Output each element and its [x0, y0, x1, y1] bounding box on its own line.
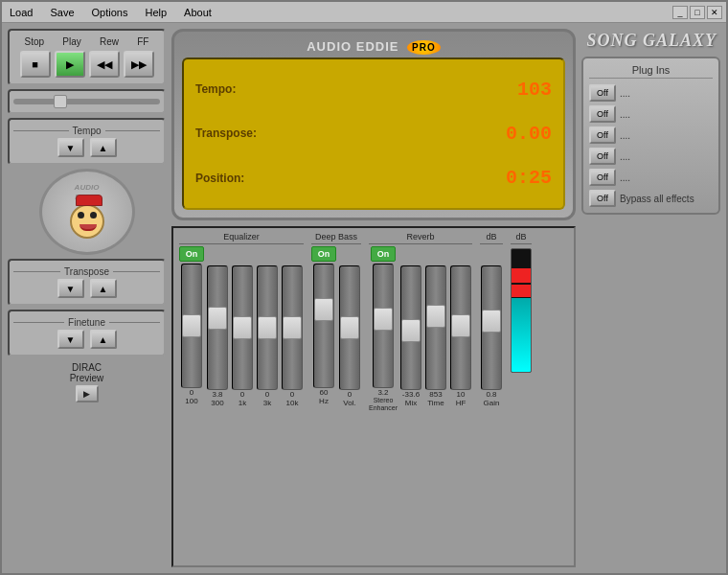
transpose-section: Transpose ▼ ▲ [8, 259, 166, 306]
equalizer-group: Equalizer On 0 100 [179, 232, 304, 407]
plugin-text-4: .... [620, 172, 630, 183]
gain-label: Gain [484, 399, 500, 407]
rev-label-time: Time [427, 399, 444, 407]
rev-label-stereo: StereoEnhancer [369, 397, 398, 411]
display-title: AUDIO EDDIE [307, 39, 398, 54]
eq-fader-100[interactable] [181, 264, 202, 388]
reverb-group: Reverb On 3.2 StereoEnhancer [369, 232, 472, 411]
transport-labels: Stop Play Rew FF [15, 36, 158, 47]
plugin-text-1: .... [620, 109, 630, 120]
menu-options[interactable]: Options [88, 5, 132, 20]
faders-container: Equalizer On 0 100 [179, 232, 568, 562]
transpose-display-label: Transpose: [195, 126, 257, 140]
db-fader-vol[interactable] [339, 265, 360, 390]
plugin-text-2: .... [620, 130, 630, 141]
rev-value-hf: 10 [449, 390, 472, 399]
menu-save[interactable]: Save [46, 5, 78, 20]
dirac-play-button[interactable]: ▶ [76, 385, 99, 402]
tempo-up-button[interactable]: ▲ [90, 138, 117, 157]
db-value-vol: 0 [338, 390, 361, 399]
finetune-up-button[interactable]: ▲ [90, 330, 117, 349]
plugin-off-btn-1[interactable]: Off [589, 105, 616, 123]
tempo-display-value: 103 [485, 79, 552, 101]
reverb-on-button[interactable]: On [371, 246, 396, 262]
display-screen: Tempo: 103 Transpose: 0.00 Position: 0:2… [182, 58, 565, 210]
center-panel: AUDIO EDDIE PRO Tempo: 103 Transpose: 0.… [171, 29, 576, 567]
pro-badge: PRO [407, 40, 441, 55]
eq-fader-3k[interactable] [257, 265, 278, 390]
plug-ins-title: Plug Ins [589, 64, 713, 79]
display-header: AUDIO EDDIE PRO [182, 39, 565, 54]
rew-button[interactable]: ◀◀ [89, 51, 120, 78]
position-display-row: Position: 0:25 [195, 167, 552, 189]
rev-fader-time[interactable] [425, 265, 446, 390]
plugin-off-btn-3[interactable]: Off [589, 148, 616, 165]
stop-button[interactable]: ■ [20, 51, 51, 78]
transpose-display-value: 0.00 [485, 123, 552, 145]
bypass-label: Bypass all effects [620, 194, 694, 204]
minimize-button[interactable]: _ [672, 6, 688, 19]
rev-fader-mix[interactable] [400, 265, 421, 390]
audio-eddie-logo: AUDIO EDDIE [39, 169, 135, 255]
tempo-display-row: Tempo: 103 [195, 79, 552, 101]
transpose-up-button[interactable]: ▲ [90, 279, 117, 298]
deep-bass-on-button[interactable]: On [311, 246, 336, 262]
finetune-controls: ▼ ▲ [13, 330, 160, 349]
plugin-text-0: .... [620, 88, 630, 99]
transpose-down-button[interactable]: ▼ [57, 279, 84, 298]
rev-label-mix: Mix [405, 399, 417, 407]
menu-load[interactable]: Load [6, 5, 36, 20]
plugin-slot-0: Off .... [589, 84, 713, 102]
plugin-off-btn-2[interactable]: Off [589, 126, 616, 144]
transport-section: Stop Play Rew FF ■ ▶ ◀◀ ▶▶ [8, 29, 166, 85]
master-slider[interactable] [13, 99, 160, 104]
eq-label-100: 100 [185, 397, 197, 405]
equalizer-on-button[interactable]: On [179, 246, 204, 262]
db-fader-hz[interactable] [313, 264, 334, 388]
play-button[interactable]: ▶ [55, 51, 85, 78]
plugin-off-btn-4[interactable]: Off [589, 169, 616, 186]
equalizer-header: Equalizer [179, 232, 304, 244]
position-display-label: Position: [195, 172, 244, 185]
bypass-button[interactable]: Off [589, 190, 616, 207]
play-label: Play [62, 36, 80, 47]
tempo-controls: ▼ ▲ [13, 138, 160, 157]
tempo-display-label: Tempo: [195, 82, 236, 96]
master-slider-section [8, 89, 166, 114]
dirac-label1: DIRAC [72, 362, 102, 373]
bypass-row: Off Bypass all effects [589, 190, 713, 207]
left-panel: Stop Play Rew FF ■ ▶ ◀◀ ▶▶ [8, 29, 166, 567]
gain-fader[interactable] [481, 265, 502, 390]
maximize-button[interactable]: □ [690, 6, 705, 19]
transpose-controls: ▼ ▲ [13, 279, 160, 298]
finetune-down-button[interactable]: ▼ [57, 330, 84, 349]
song-galaxy-logo: SONG GALAXY [581, 29, 720, 53]
eq-value-1k: 0 [231, 390, 254, 399]
rev-fader-hf[interactable] [450, 265, 471, 390]
menu-help[interactable]: Help [141, 5, 171, 20]
eq-fader-1k[interactable] [232, 265, 253, 390]
tempo-down-button[interactable]: ▼ [57, 138, 84, 157]
reverb-header: Reverb [369, 232, 472, 244]
vu-meter-group: dB [511, 232, 532, 373]
ff-button[interactable]: ▶▶ [124, 51, 154, 78]
ff-icon: ▶▶ [131, 58, 147, 71]
mixer-section: Equalizer On 0 100 [171, 226, 576, 567]
eq-value-3k: 0 [256, 390, 279, 399]
tempo-section: Tempo ▼ ▲ [8, 118, 166, 165]
rev-fader-stereo[interactable] [373, 264, 394, 388]
eq-fader-300[interactable] [207, 265, 228, 390]
finetune-section: Finetune ▼ ▲ [8, 310, 166, 356]
db-value-hz: 60 [312, 388, 335, 397]
plugin-off-btn-0[interactable]: Off [589, 84, 616, 102]
db-label-vol: Vol. [343, 399, 355, 407]
eq-fader-10k[interactable] [282, 265, 303, 390]
eq-value-100: 0 [180, 388, 203, 397]
plugin-slot-1: Off .... [589, 105, 713, 123]
plugin-slot-4: Off .... [589, 169, 713, 186]
menu-about[interactable]: About [180, 5, 216, 20]
finetune-section-label: Finetune [13, 317, 160, 328]
vu-red-bar [512, 268, 531, 283]
close-button[interactable]: ✕ [707, 6, 722, 19]
rev-value-mix: -33.6 [399, 390, 422, 399]
